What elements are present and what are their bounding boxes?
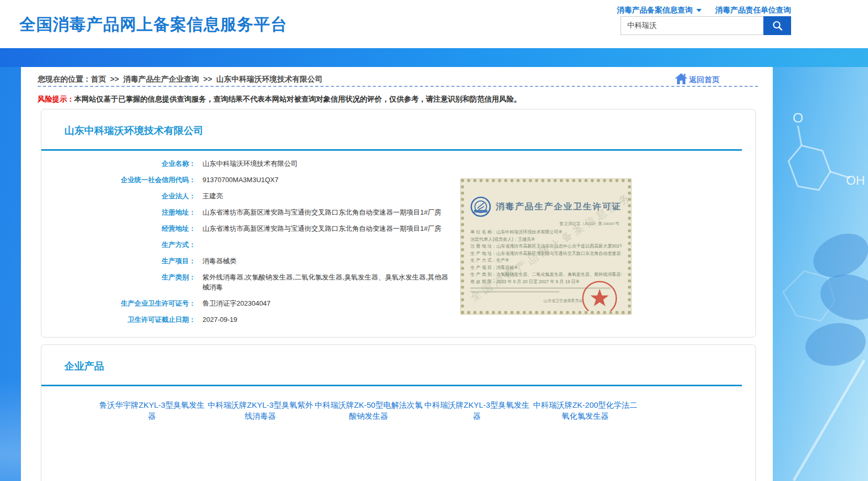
field-row-production-project: 生产项目： 消毒器械类 [41, 256, 491, 266]
field-row-business-address: 经营地址： 山东省潍坊市高新区潍安路与宝通街交叉路口东北角自动变速器一期项目1#… [41, 223, 491, 233]
field-value: 鲁卫消证字202304047 [202, 298, 270, 308]
field-label: 生产企业卫生许可证号： [41, 298, 196, 308]
company-fields: 企业名称： 山东中科瑞沃环境技术有限公司 企业统一社会信用代码： 9137070… [41, 159, 491, 331]
certificate-row: 生 产 地 址：山东省潍坊市高新区潍安路与宝通街交叉路口东北角自动变速器一期项目… [470, 250, 622, 258]
products-card-title: 企业产品 [64, 360, 104, 373]
certificate-row: 注 册 地 址：山东省潍坊市高新区玉清东街以北中心次干道以西高新大厦902号科研… [470, 243, 622, 250]
back-home-label: 返回首页 [689, 75, 719, 85]
field-value: 山东省潍坊市高新区潍安路与宝通街交叉路口东北角自动变速器一期项目1#厂房 [202, 223, 441, 233]
breadcrumb-separator: >> [203, 75, 212, 83]
risk-notice: 风险提示：本网站仅基于已掌握的信息提供查询服务，查询结果不代表本网站对被查询对象… [38, 95, 521, 104]
certificate-fineprint-line [470, 291, 559, 293]
certificate-row: 生 产 项 目：消毒器械※ [470, 264, 622, 272]
field-label: 生产项目： [41, 256, 196, 266]
field-value: 消毒器械类 [202, 256, 236, 266]
certificate-row: 生 产 类 别：次氯酸钠发生器、二氧化氯发生器、臭氧发生器、紫外线消毒器※ [470, 271, 622, 278]
breadcrumb-link-home[interactable]: 首页 [91, 75, 106, 83]
chevron-down-icon [696, 9, 702, 12]
back-home-link[interactable]: 返回首页 [674, 72, 719, 85]
field-value: 2027-09-19 [202, 315, 238, 325]
breadcrumb-current-page: 山东中科瑞沃环境技术有限公司 [216, 75, 322, 83]
certificate-emblem-icon [470, 195, 491, 219]
nav-link-responsible-unit-query[interactable]: 消毒产品责任单位查询 [715, 5, 791, 15]
certificate-inner: 全国消毒产品网上备案信息服务平台 消毒产品生产企业卫生许可证 鲁卫消证字（202… [464, 182, 628, 311]
field-row-registered-address: 注册地址： 山东省潍坊市高新区潍安路与宝通街交叉路口东北角自动变速器一期项目1#… [41, 207, 491, 217]
field-row-hygiene-license-number: 生产企业卫生许可证号： 鲁卫消证字202304047 [41, 298, 491, 308]
hygiene-license-certificate-image: 全国消毒产品网上备案信息服务平台 消毒产品生产企业卫生许可证 鲁卫消证字（202… [461, 179, 631, 314]
nav-link-record-info-query[interactable]: 消毒产品备案信息查询 [617, 5, 702, 15]
header-band [0, 48, 868, 67]
breadcrumb-row: 您现在的位置：首页>>消毒产品生产企业查询>>山东中科瑞沃环境技术有限公司 返回… [38, 70, 756, 91]
field-value: 紫外线消毒器,次氯酸钠发生器,二氧化氯发生器,臭氧发生器、臭氧水发生器,其他器械… [202, 272, 454, 292]
product-link[interactable]: 中科瑞沃牌ZK-200型化学法二氧化氯发生器 [531, 399, 639, 421]
certificate-rows: 单 位 名 称：山东中科瑞沃环境技术有限公司※ 法定代表人(或负责人)：王建亮※… [470, 229, 622, 285]
home-icon [674, 72, 688, 85]
search-input[interactable] [621, 16, 763, 35]
nav-link-label: 消毒产品备案信息查询 [617, 5, 693, 15]
field-label: 生产类别： [41, 272, 196, 292]
product-link[interactable]: 中科瑞沃牌ZKYL-3型臭氧紫外线消毒器 [206, 399, 314, 421]
field-row-credit-code: 企业统一社会信用代码： 91370700MA3M3U1QX7 [41, 175, 491, 185]
field-value: 山东省潍坊市高新区潍安路与宝通街交叉路口东北角自动变速器一期项目1#厂房 [202, 207, 441, 217]
field-label: 卫生许可证截止日期： [41, 315, 196, 325]
field-label: 企业名称： [41, 159, 196, 169]
risk-notice-text: 本网站仅基于已掌握的信息提供查询服务，查询结果不代表本网站对被查询对象信用状况的… [74, 95, 521, 103]
search-button[interactable] [763, 16, 791, 35]
breadcrumb-link-enterprise-query[interactable]: 消毒产品生产企业查询 [123, 75, 199, 83]
molecule-atom-label-oh: OH [846, 173, 865, 187]
certificate-issuer: 山东省卫生健康委员会 [544, 298, 583, 304]
breadcrumb-separator: >> [110, 75, 119, 83]
field-row-company-name: 企业名称： 山东中科瑞沃环境技术有限公司 [41, 159, 491, 169]
main-content: 您现在的位置：首页>>消毒产品生产企业查询>>山东中科瑞沃环境技术有限公司 返回… [21, 67, 773, 481]
company-products-card: 企业产品 鲁沃华宇牌ZKYL-3型臭氧发生器 中科瑞沃牌ZKYL-3型臭氧紫外线… [41, 344, 756, 481]
search-bar [621, 16, 791, 35]
product-link[interactable]: 中科瑞沃牌ZKYL-3型臭氧发生器 [423, 399, 531, 421]
site-title: 全国消毒产品网上备案信息服务平台 [19, 14, 287, 36]
dashed-divider [38, 86, 758, 87]
molecule-atom-label-o: O [793, 110, 803, 126]
company-info-card: 山东中科瑞沃环境技术有限公司 企业名称： 山东中科瑞沃环境技术有限公司 企业统一… [41, 109, 756, 338]
certificate-number: 鲁卫消证字（2023）第-04047号 [470, 221, 622, 227]
card-title-rule [41, 385, 742, 386]
site-header: 全国消毒产品网上备案信息服务平台 消毒产品备案信息查询 消毒产品责任单位查询 [0, 0, 868, 48]
header-nav: 消毒产品备案信息查询 消毒产品责任单位查询 [617, 5, 791, 15]
breadcrumb-prefix: 您现在的位置： [38, 75, 91, 83]
certificate-row: 单 位 名 称：山东中科瑞沃环境技术有限公司※ [470, 229, 622, 236]
field-row-license-expiry-date: 卫生许可证截止日期： 2027-09-19 [41, 315, 491, 325]
certificate-row: 生 产 方 式：生产※ [470, 257, 622, 264]
card-title-rule [41, 149, 742, 151]
risk-notice-label: 风险提示： [38, 95, 74, 103]
certificate-row: 法定代表人(或负责人)：王建亮※ [470, 236, 622, 243]
breadcrumb: 您现在的位置：首页>>消毒产品生产企业查询>>山东中科瑞沃环境技术有限公司 [38, 74, 322, 84]
field-row-production-method: 生产方式： [41, 240, 491, 250]
certificate-title: 消毒产品生产企业卫生许可证 [496, 201, 622, 212]
red-seal-icon [581, 279, 618, 314]
certificate-header: 消毒产品生产企业卫生许可证 [470, 195, 622, 219]
product-link[interactable]: 鲁沃华宇牌ZKYL-3型臭氧发生器 [98, 399, 206, 421]
magnifier-icon [771, 19, 784, 32]
product-list: 鲁沃华宇牌ZKYL-3型臭氧发生器 中科瑞沃牌ZKYL-3型臭氧紫外线消毒器 中… [98, 399, 715, 429]
background-illustration: O OH [773, 67, 868, 481]
field-label: 生产方式： [41, 240, 196, 250]
field-value: 91370700MA3M3U1QX7 [202, 175, 278, 185]
field-row-legal-person: 企业法人： 王建亮 [41, 191, 491, 201]
field-label: 企业法人： [41, 191, 196, 201]
field-label: 企业统一社会信用代码： [41, 175, 196, 185]
nav-link-label: 消毒产品责任单位查询 [715, 5, 791, 15]
field-value: 山东中科瑞沃环境技术有限公司 [202, 159, 298, 169]
field-label: 注册地址： [41, 207, 196, 217]
field-value: 王建亮 [202, 191, 223, 201]
field-row-production-category: 生产类别： 紫外线消毒器,次氯酸钠发生器,二氧化氯发生器,臭氧发生器、臭氧水发生… [41, 272, 491, 292]
company-card-title: 山东中科瑞沃环境技术有限公司 [64, 124, 204, 138]
product-link[interactable]: 中科瑞沃牌ZK-50型电解法次氯酸钠发生器 [314, 399, 423, 421]
field-label: 经营地址： [41, 223, 196, 233]
